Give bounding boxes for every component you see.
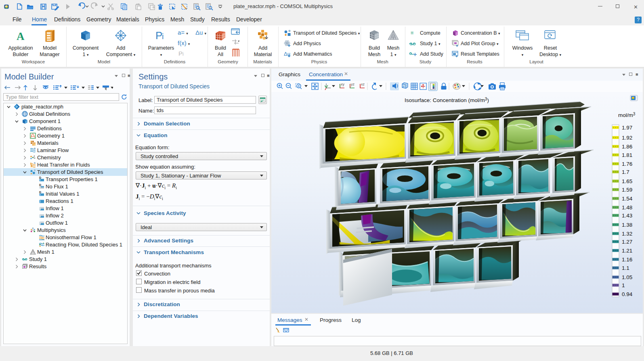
svg-text:i: i: [162, 32, 164, 41]
svg-text:xz: xz: [361, 82, 365, 86]
svg-text:1.38: 1.38: [622, 222, 632, 228]
svg-text:1.32: 1.32: [622, 231, 632, 237]
svg-text:1.7: 1.7: [622, 169, 629, 175]
svg-text:D: D: [39, 176, 41, 179]
svg-text:1.97: 1.97: [622, 125, 632, 131]
svg-text:1.86: 1.86: [622, 144, 632, 150]
svg-text:D: D: [39, 191, 41, 194]
svg-text:1.81: 1.81: [622, 152, 632, 158]
svg-text:1.59: 1.59: [622, 187, 632, 193]
svg-text:A: A: [17, 30, 25, 42]
svg-text:D: D: [39, 184, 41, 186]
svg-text:xy: xy: [341, 82, 345, 86]
svg-text:P: P: [155, 30, 162, 41]
svg-text:yz: yz: [351, 82, 355, 86]
svg-text:1.54: 1.54: [622, 196, 633, 202]
svg-text:1: 1: [622, 282, 625, 288]
svg-text:1.21: 1.21: [622, 248, 632, 254]
svg-text:1.05: 1.05: [622, 274, 632, 280]
svg-text:1.43: 1.43: [622, 213, 632, 219]
svg-text:1.16: 1.16: [622, 257, 632, 263]
svg-text:1.92: 1.92: [622, 135, 632, 141]
svg-text:1.76: 1.76: [622, 161, 632, 167]
svg-text:0.94: 0.94: [622, 291, 633, 297]
svg-text:1.65: 1.65: [622, 178, 632, 184]
svg-text:1.1: 1.1: [622, 265, 629, 271]
svg-text:1.27: 1.27: [622, 239, 632, 245]
svg-text:1.48: 1.48: [622, 204, 632, 211]
